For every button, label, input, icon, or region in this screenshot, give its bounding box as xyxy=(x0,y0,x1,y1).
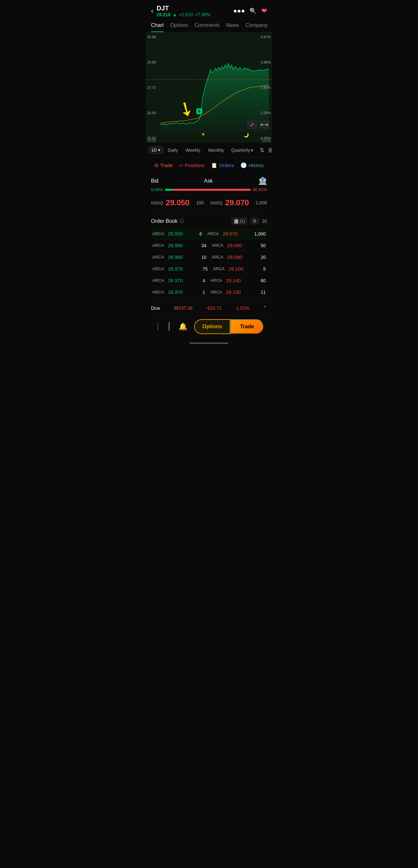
candle-chart-icon[interactable]: ⇅ xyxy=(258,147,266,154)
chart-controls: ⤢ ⇤⇥ xyxy=(247,120,270,129)
options-button[interactable]: Options xyxy=(194,319,231,334)
favorite-icon[interactable]: ❤ xyxy=(261,7,267,15)
info-icon[interactable]: ⓘ xyxy=(179,218,184,224)
market-change: -610.71 xyxy=(206,306,221,311)
header-right: ●●● 🔍 ❤ xyxy=(233,7,267,15)
bid-price-3: 28.970 xyxy=(168,266,183,272)
bid-qty-0: 6 xyxy=(200,231,202,237)
period-weekly[interactable]: Weekly xyxy=(182,146,204,154)
bid-qty-3: 75 xyxy=(203,266,208,272)
bid-exchange-3: ARCA xyxy=(152,266,164,271)
alert-icon[interactable]: 🔔 xyxy=(178,322,187,331)
ask-qty-4: 60 xyxy=(260,278,266,283)
bid-ask-prices: NSDQ 29.050 100 NSDQ 29.070 1,000 xyxy=(151,195,267,211)
ask-exchange-3: ARCA xyxy=(213,266,224,271)
price-change: +2.010 xyxy=(179,12,193,17)
ask-entry: NSDQ 29.070 xyxy=(210,198,249,207)
bid-qty-5: 1 xyxy=(203,290,205,295)
ask-exchange-0: ARCA xyxy=(207,231,219,236)
grid-chart-icon[interactable]: ⊞ xyxy=(267,147,272,154)
action-tab-positions[interactable]: ▱ Positions xyxy=(179,162,205,168)
header-left: ‹ DJT 29.210 ▲ +2.010 +7.39% xyxy=(151,4,210,17)
search-icon[interactable]: ●●● xyxy=(233,7,245,14)
bank-icon: 🏦 xyxy=(258,177,267,185)
y-pct-4: -2.09% xyxy=(259,111,271,115)
ob-count: (1) xyxy=(240,219,245,223)
ask-pct: 90.91% xyxy=(253,187,267,192)
y-label-5: 25.55 xyxy=(147,136,156,140)
ask-price-5: 29.150 xyxy=(226,289,241,295)
ask-price-1: 29.090 xyxy=(227,243,242,248)
market-chevron-up-icon[interactable]: ⌃ xyxy=(263,305,267,311)
ob-bank-filter-button[interactable]: 🏦 (1) xyxy=(231,217,248,225)
expand-chart-button[interactable]: ⤢ xyxy=(247,120,257,129)
tab-comments[interactable]: Comments xyxy=(195,20,219,32)
ask-exchange-1: ARCA xyxy=(212,243,223,248)
header: ‹ DJT 29.210 ▲ +2.010 +7.39% ●●● 🔍 ❤ xyxy=(146,0,272,20)
more-options-icon[interactable]: ⋮ xyxy=(154,322,161,331)
ask-qty-3: 5 xyxy=(263,266,266,272)
action-tab-history[interactable]: 🕐 History xyxy=(240,162,264,168)
period-daily[interactable]: Daily xyxy=(165,146,181,154)
ask-exchange: NSDQ xyxy=(210,200,222,205)
ask-price-0: 29.070 xyxy=(223,231,238,237)
period-dropdown-value: 1D xyxy=(151,148,157,152)
ob-filter-button[interactable]: ⚙ xyxy=(250,217,259,225)
tab-chart[interactable]: Chart xyxy=(151,20,164,32)
action-tab-trade[interactable]: ⊘ Trade xyxy=(154,162,173,168)
ask-qty-0: 1,000 xyxy=(254,231,266,237)
period-dropdown[interactable]: 1D ▾ xyxy=(148,146,163,154)
compress-chart-button[interactable]: ⇤⇥ xyxy=(259,120,270,129)
ob-bank-icon: 🏦 xyxy=(234,219,239,223)
table-row: ARCA 28.990 34 ARCA 29.090 50 xyxy=(151,240,267,251)
ob-controls: 🏦 (1) ⚙ 20 xyxy=(231,217,267,225)
ask-price: 29.070 xyxy=(225,198,249,207)
bid-exchange-2: ARCA xyxy=(152,255,164,259)
share-icon[interactable]: ⎢ xyxy=(168,322,172,331)
time-period-bar: 1D ▾ Daily Weekly Monthly Quarterly ▾ ⇅ … xyxy=(146,143,272,158)
bid-label: Bid xyxy=(151,178,159,184)
period-monthly[interactable]: Monthly xyxy=(205,146,227,154)
bid-ask-bar: 9.09% 90.91% xyxy=(151,187,267,192)
table-row: ARCA 29.000 6 ARCA 29.070 1,000 xyxy=(151,228,267,240)
market-price: 39737.26 xyxy=(174,306,193,311)
y-pct-2: 5.88% xyxy=(259,60,271,64)
tab-company[interactable]: Company xyxy=(246,20,268,32)
tab-options[interactable]: Options xyxy=(170,20,188,32)
bid-exchange-5: ARCA xyxy=(152,290,164,294)
trade-button[interactable]: Trade xyxy=(231,319,264,334)
home-indicator xyxy=(189,343,229,344)
ask-exchange-2: ARCA xyxy=(212,255,223,259)
ask-price-4: 29.140 xyxy=(226,278,241,283)
table-row: ARCA 28.970 4 ARCA 29.140 60 xyxy=(151,275,267,286)
bottom-navigation: ⋮ ⎢ 🔔 Options Trade xyxy=(146,315,272,341)
trade-icon: ⊘ xyxy=(154,162,159,168)
bid-exchange-1: ARCA xyxy=(152,243,164,248)
action-tab-orders[interactable]: 📋 Orders xyxy=(211,162,234,168)
tab-news[interactable]: News xyxy=(226,20,239,32)
ask-price-3: 29.100 xyxy=(229,266,243,272)
chart-y-labels-left: 29.88 28.80 27.72 26.63 25.55 xyxy=(146,32,158,143)
moon-icon: 🌙 xyxy=(243,132,249,137)
bid-exchange: NSDQ xyxy=(151,200,163,205)
ask-qty: 1,000 xyxy=(256,200,267,205)
ask-label: Ask xyxy=(204,178,213,184)
reference-line xyxy=(146,80,272,80)
bid-price: 29.050 xyxy=(166,198,189,207)
sun-icon: ☀ xyxy=(201,131,205,137)
ask-exchange-4: ARCA xyxy=(210,278,222,283)
bid-bar-fill xyxy=(165,189,173,191)
trade-label: Trade xyxy=(161,162,173,168)
search-button[interactable]: 🔍 xyxy=(249,7,257,14)
market-bar: Dow 39737.26 -610.71 -1.51% ⌃ xyxy=(146,301,272,315)
period-quarterly[interactable]: Quarterly ▾ xyxy=(229,146,256,154)
bid-price-4: 28.970 xyxy=(168,278,183,283)
chart-area[interactable]: 29.88 28.80 27.72 26.63 25.55 9.87% 5.88… xyxy=(146,32,272,143)
back-button[interactable]: ‹ xyxy=(151,7,153,15)
ticker-symbol: DJT xyxy=(156,4,210,12)
positions-icon: ▱ xyxy=(179,162,183,168)
bid-qty: 100 xyxy=(196,200,204,205)
market-name: Dow xyxy=(151,306,160,311)
price-current: 29.210 xyxy=(156,12,170,17)
bid-entry: NSDQ 29.050 xyxy=(151,198,189,207)
